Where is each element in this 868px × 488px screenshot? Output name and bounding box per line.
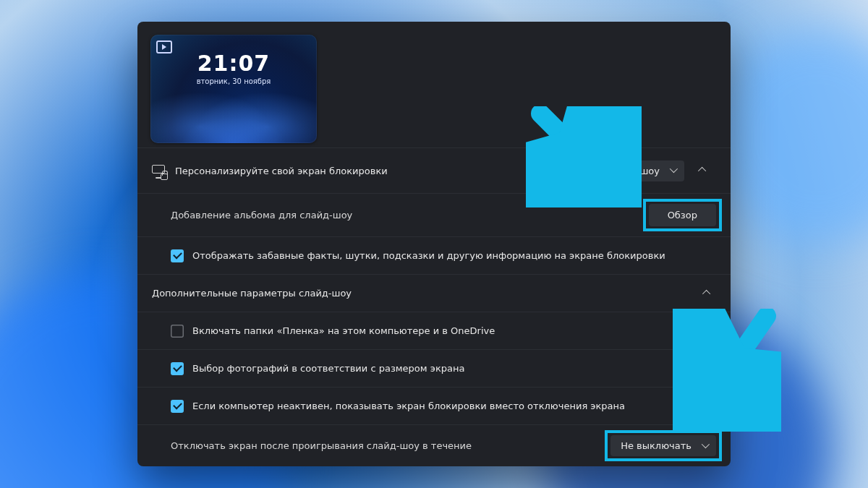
chevron-up-icon — [705, 290, 712, 297]
advanced-heading-row[interactable]: Дополнительные параметры слайд-шоу — [137, 274, 731, 312]
fun-facts-checkbox[interactable] — [171, 249, 184, 262]
fit-size-checkbox[interactable] — [171, 362, 184, 375]
chevron-down-icon — [670, 167, 677, 174]
fun-facts-row: Отображать забавные факты, шутки, подска… — [137, 236, 731, 274]
camera-roll-label: Включать папки «Пленка» на этом компьюте… — [192, 325, 716, 336]
preview-time: 21:07 — [150, 51, 317, 76]
turn-off-row: Отключать экран после проигрывания слайд… — [137, 424, 731, 466]
chevron-up-icon — [700, 167, 707, 174]
fun-facts-label: Отображать забавные факты, шутки, подска… — [192, 250, 716, 261]
inactive-lock-label: Если компьютер неактивен, показывать экр… — [192, 401, 716, 411]
camera-roll-checkbox[interactable] — [171, 325, 184, 338]
chevron-down-icon — [702, 442, 709, 450]
turn-off-label: Отключать экран после проигрывания слайд… — [171, 440, 610, 451]
collapse-button[interactable] — [692, 158, 716, 183]
inactive-lock-row: Если компьютер неактивен, показывать экр… — [137, 387, 731, 424]
lock-screen-preview[interactable]: 21:07 вторник, 30 ноября — [150, 35, 317, 143]
dropdown-value: Слайд-шоу — [605, 166, 660, 176]
fit-size-label: Выбор фотографий в соответствии с размер… — [192, 363, 716, 374]
dropdown-value: Не выключать — [621, 440, 692, 451]
browse-button[interactable]: Обзор — [649, 204, 716, 226]
personalize-label: Персонализируйте свой экран блокировки — [175, 166, 595, 176]
turn-off-dropdown[interactable]: Не выключать — [610, 435, 716, 456]
lock-screen-settings-panel: 21:07 вторник, 30 ноября Персонализируйт… — [137, 22, 731, 466]
fit-size-row: Выбор фотографий в соответствии с размер… — [137, 349, 731, 387]
preview-date: вторник, 30 ноября — [150, 77, 317, 85]
add-album-label: Добавление альбома для слайд-шоу — [171, 210, 649, 221]
browse-button-label: Обзор — [668, 210, 697, 221]
add-album-row: Добавление альбома для слайд-шоу Обзор — [137, 193, 731, 236]
monitor-lock-icon — [152, 164, 165, 177]
lockscreen-mode-dropdown[interactable]: Слайд-шоу — [595, 160, 684, 181]
advanced-heading-label: Дополнительные параметры слайд-шоу — [152, 288, 705, 299]
personalize-row: Персонализируйте свой экран блокировки С… — [137, 147, 731, 193]
inactive-lock-checkbox[interactable] — [171, 400, 184, 413]
camera-roll-row: Включать папки «Пленка» на этом компьюте… — [137, 312, 731, 349]
